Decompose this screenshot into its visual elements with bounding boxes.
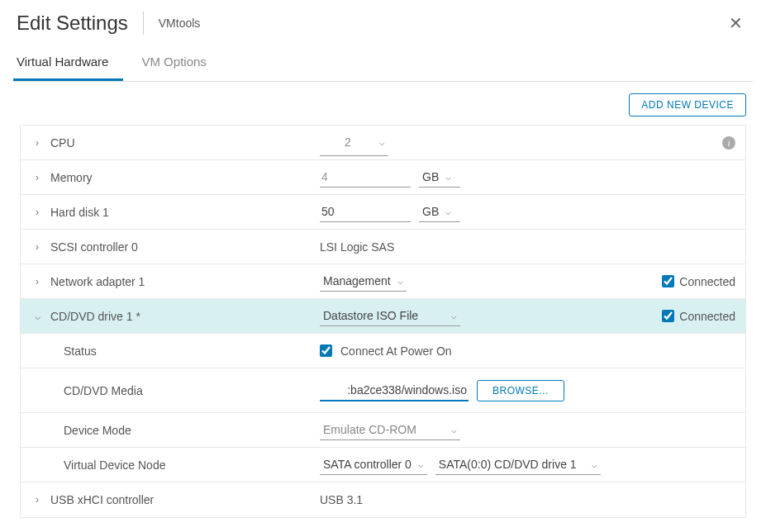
cddvd-connected-label: Connected <box>679 310 735 323</box>
chevron-down-icon: ⌵ <box>445 172 451 183</box>
chevron-right-icon[interactable]: › <box>31 494 44 506</box>
usb-value: USB 3.1 <box>320 493 363 506</box>
connect-power-on-checkbox[interactable] <box>320 344 332 357</box>
chevron-down-icon: ⌵ <box>397 276 403 287</box>
label-network: Network adapter 1 <box>50 275 145 288</box>
row-cddvd: ⌵ CD/DVD drive 1 * Datastore ISO File ⌵ … <box>21 299 745 334</box>
network-select[interactable]: Management ⌵ <box>320 271 407 292</box>
label-virtual-node: Virtual Device Node <box>64 458 165 472</box>
hard-disk-input[interactable] <box>320 202 411 222</box>
label-media: CD/DVD Media <box>64 384 143 397</box>
label-cpu: CPU <box>50 136 75 150</box>
chevron-down-icon: ⌵ <box>451 311 457 321</box>
tab-virtual-hardware[interactable]: Virtual Hardware <box>13 46 123 81</box>
browse-button[interactable]: BROWSE... <box>477 380 564 401</box>
media-path-input[interactable] <box>320 380 469 401</box>
label-cddvd: CD/DVD drive 1 * <box>50 310 140 323</box>
dialog-title: Edit Settings <box>17 12 144 35</box>
memory-unit-select[interactable]: GB ⌵ <box>419 167 460 188</box>
cddvd-type-select[interactable]: Datastore ISO File ⌵ <box>320 306 460 326</box>
label-memory: Memory <box>50 171 93 184</box>
info-icon[interactable]: i <box>722 136 735 150</box>
tab-vm-options[interactable]: VM Options <box>138 46 221 81</box>
row-network: › Network adapter 1 Management ⌵ Connect… <box>21 264 745 299</box>
chevron-right-icon[interactable]: › <box>31 172 44 183</box>
row-scsi: › SCSI controller 0 LSI Logic SAS <box>21 230 745 264</box>
node-controller-select[interactable]: SATA controller 0 ⌵ <box>320 454 427 475</box>
memory-input[interactable] <box>320 167 411 188</box>
chevron-down-icon: ⌵ <box>418 459 424 470</box>
cddvd-connected-checkbox[interactable] <box>662 310 674 322</box>
chevron-right-icon[interactable]: › <box>31 241 44 253</box>
row-virtual-node: Virtual Device Node SATA controller 0 ⌵ … <box>21 448 745 482</box>
row-status: Status Connect At Power On <box>21 334 745 368</box>
row-memory: › Memory GB ⌵ <box>21 160 745 195</box>
cpu-select[interactable]: 2 ⌵ <box>320 129 388 156</box>
chevron-right-icon[interactable]: › <box>31 137 44 149</box>
vm-name: VMtools <box>144 17 201 30</box>
row-hard-disk: › Hard disk 1 GB ⌵ <box>21 195 745 230</box>
chevron-down-icon: ⌵ <box>592 459 597 470</box>
row-device-mode: Device Mode Emulate CD-ROM ⌵ <box>21 413 745 448</box>
device-mode-select[interactable]: Emulate CD-ROM ⌵ <box>320 420 460 440</box>
chevron-down-icon[interactable]: ⌵ <box>31 311 44 322</box>
label-status: Status <box>64 344 97 358</box>
chevron-down-icon: ⌵ <box>379 137 385 148</box>
close-icon[interactable]: ✕ <box>722 10 749 36</box>
node-slot-select[interactable]: SATA(0:0) CD/DVD drive 1 ⌵ <box>435 454 601 475</box>
hard-disk-unit-select[interactable]: GB ⌵ <box>419 202 460 222</box>
chevron-right-icon[interactable]: › <box>31 207 44 218</box>
network-connected-checkbox[interactable] <box>662 275 674 287</box>
label-usb: USB xHCI controller <box>50 493 154 506</box>
connect-power-on-label: Connect At Power On <box>340 344 452 358</box>
network-connected-label: Connected <box>679 275 735 288</box>
chevron-down-icon: ⌵ <box>445 207 451 217</box>
chevron-down-icon: ⌵ <box>451 425 457 435</box>
row-cpu: › CPU 2 ⌵ i <box>21 126 745 160</box>
row-media: CD/DVD Media BROWSE... <box>21 368 745 413</box>
hardware-list: › CPU 2 ⌵ i › Memory GB ⌵ › Hard disk 1 <box>20 125 746 518</box>
label-scsi: SCSI controller 0 <box>50 240 138 254</box>
add-new-device-button[interactable]: ADD NEW DEVICE <box>629 93 746 116</box>
chevron-right-icon[interactable]: › <box>31 276 44 287</box>
scsi-value: LSI Logic SAS <box>320 240 394 254</box>
top-actions: ADD NEW DEVICE <box>10 93 756 125</box>
dialog-header: Edit Settings VMtools ✕ <box>10 7 756 46</box>
label-hard-disk: Hard disk 1 <box>50 206 109 219</box>
label-device-mode: Device Mode <box>64 424 131 437</box>
tabs: Virtual Hardware VM Options <box>13 46 753 82</box>
row-usb: › USB xHCI controller USB 3.1 <box>21 482 745 517</box>
